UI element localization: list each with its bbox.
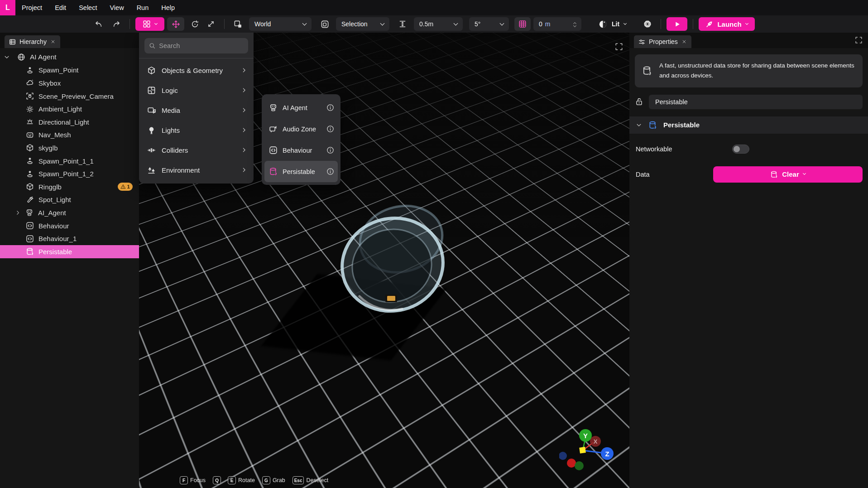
tree-item-skybox[interactable]: Skybox (0, 77, 139, 90)
tree-item-spawn-point[interactable]: Spawn_Point (0, 64, 139, 77)
shortcut-rotate-label: Rotate (238, 477, 255, 483)
tree-item-nav-mesh[interactable]: Nav_Mesh (0, 129, 139, 142)
move-snap-dropdown[interactable]: 0.5m (414, 17, 463, 31)
menu-run[interactable]: Run (130, 0, 155, 15)
info-icon[interactable] (326, 125, 334, 133)
rotate-tool-button[interactable] (187, 17, 202, 31)
tree-item-spawn-point-1-2[interactable]: Spawn_Point_1_2 (0, 167, 139, 180)
menu-view[interactable]: View (103, 0, 130, 15)
close-icon[interactable] (50, 39, 56, 44)
grid-height-stepper[interactable]: 0 m (533, 17, 581, 31)
vertical-snap-button[interactable] (395, 17, 410, 31)
tree-item-ringglb[interactable]: Ringglb 1 (0, 180, 139, 193)
tree-item-directional-light[interactable]: Directional_Light (0, 116, 139, 129)
grid-snap-toggle[interactable] (514, 17, 531, 31)
submenu-item-persistable[interactable]: Persistable (264, 161, 338, 182)
menu-item-label: Objects & Geometry (162, 67, 223, 74)
tree-item-skyglb[interactable]: skyglb (0, 141, 139, 155)
toolbar-divider (693, 19, 693, 29)
submenu-item-behaviour[interactable]: Behaviour (264, 140, 338, 161)
tab-properties-label: Properties (649, 38, 678, 45)
transform-space-button[interactable] (230, 17, 245, 31)
menu-item-label: Environment (162, 166, 200, 174)
move-icon (172, 20, 180, 29)
move-tool-button[interactable] (167, 17, 184, 31)
menu-item-colliders[interactable]: Colliders (139, 140, 254, 160)
tree-item-ai-agent[interactable]: AI_Agent (0, 206, 139, 219)
menu-item-logic[interactable]: Logic (139, 80, 254, 100)
tree-item-spawn-point-1-1[interactable]: Spawn_Point_1_1 (0, 155, 139, 168)
toolbar-divider (661, 19, 661, 29)
code-icon (26, 222, 34, 230)
tab-hierarchy[interactable]: Hierarchy (5, 35, 60, 48)
chevron-down-icon (745, 21, 748, 24)
submenu-item-label: Audio Zone (283, 126, 316, 133)
persistable-section-header[interactable]: Persistable (629, 116, 868, 134)
vertical-snap-icon (398, 20, 407, 28)
tab-properties[interactable]: Properties (634, 35, 691, 48)
tree-item-behaviour-1[interactable]: Behaviour_1 (0, 232, 139, 245)
tree-item-ai-agent-root[interactable]: AI Agent (0, 51, 139, 64)
menu-item-objects-geometry[interactable]: Objects & Geometry (139, 60, 254, 80)
info-icon[interactable] (326, 104, 334, 111)
menu-item-environment[interactable]: Environment (139, 160, 254, 180)
lock-open-icon[interactable] (635, 97, 643, 106)
menu-project[interactable]: Project (15, 0, 48, 15)
world-dropdown[interactable]: World (249, 17, 312, 31)
info-icon[interactable] (326, 168, 334, 175)
tree-item-behaviour[interactable]: Behaviour (0, 219, 139, 232)
gizmo-y-label: Y (583, 432, 588, 440)
submenu-item-label: Persistable (283, 168, 315, 175)
app-logo[interactable]: L (0, 0, 15, 15)
lit-sphere-icon (599, 20, 607, 29)
scale-tool-button[interactable] (203, 17, 219, 31)
menu-item-label: Lights (162, 126, 180, 134)
submenu-item-ai-agent[interactable]: AI Agent (264, 97, 338, 118)
object-name-input[interactable] (649, 95, 863, 109)
info-icon[interactable] (326, 146, 334, 154)
object-name-row (635, 95, 863, 109)
pivot-icon (321, 20, 329, 29)
menu-edit[interactable]: Edit (48, 0, 72, 15)
pivot-button[interactable] (317, 17, 332, 31)
menu-item-media[interactable]: Media (139, 100, 254, 120)
menu-search[interactable] (144, 38, 248, 53)
toolbar: World Selection 0.5m 5° 0 m Lit Launch (0, 15, 868, 33)
directional-light-icon (26, 118, 34, 126)
chevron-down-icon[interactable] (636, 122, 642, 128)
tree-item-scene-preview-camera[interactable]: Scene_Preview_Camera (0, 90, 139, 103)
close-icon[interactable] (681, 39, 687, 44)
tree-item-persistable[interactable]: Persistable (0, 245, 139, 258)
chevron-down-icon[interactable] (4, 54, 10, 60)
menu-help[interactable]: Help (155, 0, 181, 15)
tree-item-spot-light[interactable]: Spot_Light (0, 193, 139, 207)
play-button[interactable] (667, 17, 687, 31)
chevron-right-icon[interactable] (15, 210, 21, 216)
database-icon (770, 170, 778, 179)
media-icon (147, 106, 156, 115)
orientation-gizmo[interactable]: X Y Z (559, 428, 623, 478)
menu-item-lights[interactable]: Lights (139, 120, 254, 140)
submenu-item-audio-zone[interactable]: Audio Zone (264, 118, 338, 140)
database-icon (642, 65, 652, 76)
menu-select[interactable]: Select (72, 0, 103, 15)
settings-button[interactable] (640, 17, 655, 31)
undo-button[interactable] (91, 17, 106, 31)
chevron-down-icon (380, 21, 385, 25)
search-input[interactable] (159, 42, 244, 49)
ring-3d-object[interactable] (329, 197, 456, 333)
redo-button[interactable] (109, 17, 124, 31)
add-object-button[interactable] (135, 17, 164, 31)
selection-dropdown[interactable]: Selection (336, 17, 389, 31)
viewport-expand-icon[interactable] (615, 43, 623, 51)
tree-item-ambient-light[interactable]: Ambient_Light (0, 102, 139, 116)
properties-tabstrip: Properties (629, 33, 868, 48)
launch-button[interactable]: Launch (699, 17, 755, 31)
rotate-snap-dropdown[interactable]: 5° (469, 17, 509, 31)
networkable-toggle[interactable] (732, 145, 749, 154)
toggle-knob (734, 146, 740, 152)
panel-expand-icon[interactable] (855, 36, 863, 44)
grid-height-value: 0 (539, 20, 542, 28)
render-mode-dropdown[interactable]: Lit (593, 17, 632, 31)
clear-data-button[interactable]: Clear (713, 166, 863, 183)
